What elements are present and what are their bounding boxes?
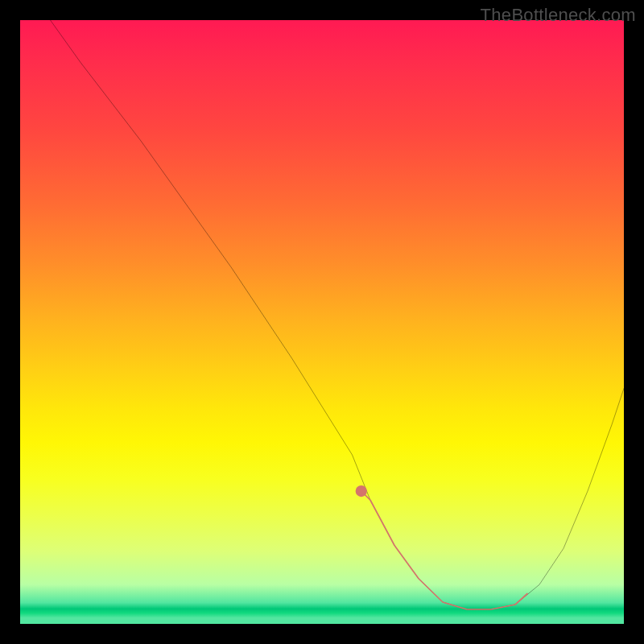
chart-stage: TheBottleneck.com [0, 0, 644, 644]
curve-layer [20, 20, 624, 624]
optimal-start-marker-icon [356, 485, 367, 497]
watermark-text: TheBottleneck.com [481, 5, 636, 26]
optimal-band-path [361, 491, 527, 609]
plot-area [20, 20, 624, 624]
bottleneck-curve-path [51, 20, 625, 609]
